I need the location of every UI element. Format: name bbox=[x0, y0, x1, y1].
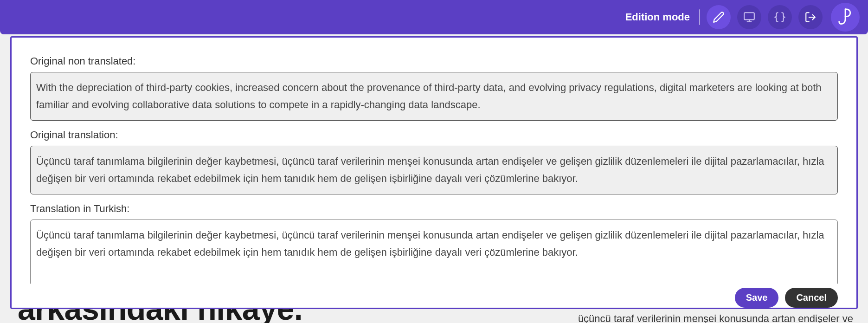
background-snippet: üçüncü taraf verilerinin menşei konusund… bbox=[578, 313, 853, 323]
modal-body[interactable]: Original non translated: With the deprec… bbox=[12, 38, 856, 284]
field-translation-turkish[interactable] bbox=[30, 220, 838, 284]
label-original-non-translated: Original non translated: bbox=[30, 55, 838, 67]
label-original-translation: Original translation: bbox=[30, 129, 838, 141]
brand-button[interactable] bbox=[831, 3, 860, 32]
brand-icon bbox=[837, 8, 853, 26]
field-original-non-translated: With the depreciation of third-party coo… bbox=[30, 72, 838, 121]
save-button[interactable]: Save bbox=[735, 288, 779, 308]
label-translation-turkish: Translation in Turkish: bbox=[30, 203, 838, 215]
translation-modal: Original non translated: With the deprec… bbox=[10, 36, 858, 309]
cancel-button[interactable]: Cancel bbox=[785, 288, 838, 308]
edit-mode-button[interactable] bbox=[707, 5, 731, 29]
monitor-icon bbox=[743, 11, 755, 23]
braces-icon bbox=[774, 11, 786, 23]
exit-icon bbox=[804, 11, 817, 23]
mode-label: Edition mode bbox=[625, 11, 690, 23]
svg-rect-0 bbox=[744, 13, 754, 19]
top-toolbar: Edition mode bbox=[0, 0, 868, 34]
toolbar-separator bbox=[699, 9, 700, 25]
exit-button[interactable] bbox=[798, 5, 823, 29]
code-mode-button[interactable] bbox=[768, 5, 792, 29]
modal-actions: Save Cancel bbox=[12, 284, 856, 308]
preview-mode-button[interactable] bbox=[737, 5, 761, 29]
field-original-translation: Üçüncü taraf tanımlama bilgilerinin değe… bbox=[30, 146, 838, 194]
pencil-icon bbox=[713, 11, 725, 23]
